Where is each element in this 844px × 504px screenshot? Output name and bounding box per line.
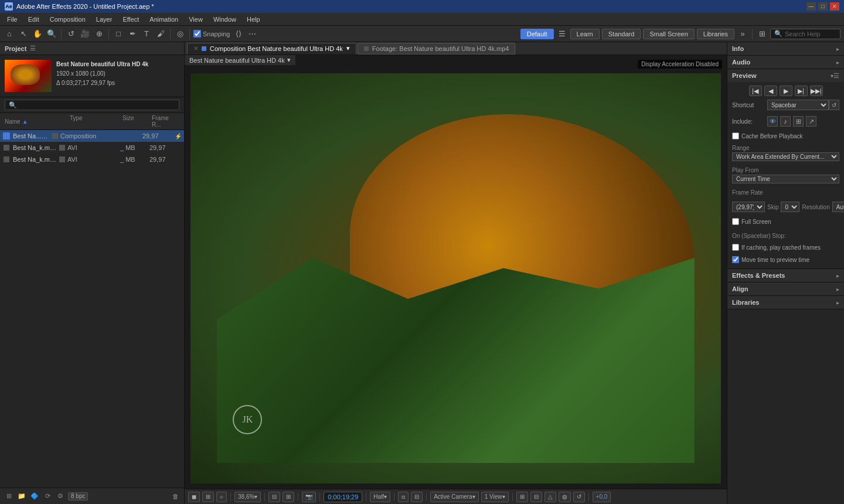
rotate-tool[interactable]: ↺ bbox=[65, 28, 77, 40]
move-time-checkbox[interactable] bbox=[732, 256, 739, 263]
list-item[interactable]: Best Na_k.mp4 AVI _ MB 29,97 bbox=[0, 142, 184, 154]
menu-edit[interactable]: Edit bbox=[23, 15, 44, 24]
composition-tab[interactable]: ✕ Composition Best Nature beautiful Ultr… bbox=[187, 43, 356, 55]
shortcut-select[interactable]: Spacebar bbox=[767, 100, 829, 110]
vc-quality[interactable]: Half ▾ bbox=[370, 492, 390, 502]
workspace-standard[interactable]: Standard bbox=[602, 29, 641, 39]
menu-window[interactable]: Window bbox=[209, 15, 241, 24]
include-external[interactable]: ↗ bbox=[806, 116, 816, 127]
pen-tool[interactable]: ✒ bbox=[127, 28, 138, 40]
libraries-section-header[interactable]: Libraries ▸ bbox=[727, 296, 844, 309]
vc-blend[interactable]: ⊟ bbox=[530, 492, 542, 502]
effects-section-header[interactable]: Effects & Presets ▸ bbox=[727, 269, 844, 282]
home-button[interactable]: ⌂ bbox=[4, 28, 15, 40]
vc-channels[interactable]: ⧈ bbox=[398, 492, 409, 502]
delete-button[interactable]: 🗑 bbox=[170, 491, 181, 502]
brush-tool[interactable]: 🖌 bbox=[155, 28, 166, 40]
preview-menu-icon[interactable]: ☰ bbox=[833, 72, 839, 80]
menu-file[interactable]: File bbox=[2, 15, 22, 24]
zoom-tool[interactable]: 🔍 bbox=[46, 28, 57, 40]
project-preview-name: Best Nature beautiful Ultra HD 4k bbox=[56, 60, 148, 69]
search-help-box[interactable]: 🔍 Search Help bbox=[770, 29, 840, 39]
menu-layer[interactable]: Layer bbox=[91, 15, 117, 24]
cache-checkbox[interactable] bbox=[732, 132, 739, 139]
fullscreen-checkbox[interactable] bbox=[732, 218, 739, 225]
fps-select[interactable]: (29,97) bbox=[732, 202, 765, 212]
snap-btn-2[interactable]: ⋯ bbox=[247, 28, 258, 40]
workspace-learn[interactable]: Learn bbox=[570, 29, 600, 39]
audio-section-header[interactable]: Audio ▸ bbox=[727, 56, 844, 69]
menu-view[interactable]: View bbox=[184, 15, 207, 24]
pb-play[interactable]: ▶ bbox=[780, 86, 792, 96]
camera-tool[interactable]: 🎥 bbox=[79, 28, 91, 40]
vc-timecode[interactable]: 0;00;19;29 bbox=[324, 492, 362, 502]
maximize-button[interactable]: □ bbox=[818, 2, 828, 11]
new-comp-button[interactable]: ⊞ bbox=[4, 491, 14, 502]
vc-reset[interactable]: ↺ bbox=[573, 492, 585, 502]
pb-first-frame[interactable]: |◀ bbox=[749, 86, 762, 96]
comp-name-arrow[interactable]: ▾ bbox=[287, 56, 291, 64]
rect-tool[interactable]: □ bbox=[113, 28, 124, 40]
minimize-button[interactable]: — bbox=[806, 2, 816, 11]
menu-help[interactable]: Help bbox=[242, 15, 265, 24]
project-search-input[interactable] bbox=[5, 100, 179, 110]
footage-tab[interactable]: Footage: Best Nature beautiful Ultra HD … bbox=[358, 43, 516, 55]
pb-prev-frame[interactable]: ◀ bbox=[764, 86, 777, 96]
close-button[interactable]: ✕ bbox=[830, 2, 839, 11]
vc-viewer-settings[interactable]: ⊞ bbox=[202, 492, 214, 502]
menu-animation[interactable]: Animation bbox=[145, 15, 183, 24]
vc-zoom-display[interactable]: 38,6% ▾ bbox=[234, 492, 261, 502]
vc-zoom-fit[interactable]: ⊟ bbox=[268, 492, 280, 502]
align-section-header[interactable]: Align ▸ bbox=[727, 282, 844, 295]
new-item-button[interactable]: 🔷 bbox=[29, 491, 40, 502]
vc-zoom-full[interactable]: ⊞ bbox=[283, 492, 294, 502]
vc-overlap[interactable]: +0,0 bbox=[593, 492, 611, 502]
menu-effect[interactable]: Effect bbox=[118, 15, 144, 24]
include-overlay[interactable]: ⊞ bbox=[793, 116, 804, 127]
resolution-select[interactable]: Auto bbox=[832, 202, 844, 212]
vc-grid[interactable]: ⊞ bbox=[516, 492, 528, 502]
pan-tool[interactable]: ⊕ bbox=[93, 28, 105, 40]
include-video[interactable]: 👁 bbox=[767, 116, 778, 127]
workspace-menu[interactable]: ☰ bbox=[556, 28, 568, 40]
workspace-more[interactable]: » bbox=[737, 28, 748, 40]
skip-select[interactable]: 0 bbox=[781, 202, 799, 212]
snap-checkbox[interactable] bbox=[193, 30, 201, 38]
vc-bit-depth[interactable]: ⊟ bbox=[411, 492, 423, 502]
vc-camera[interactable]: 📷 bbox=[302, 492, 316, 502]
vc-3d[interactable]: △ bbox=[544, 492, 556, 502]
list-item[interactable]: Best Na_k.mp4 AVI _ MB 29,97 bbox=[0, 154, 184, 165]
comp-tab-arrow[interactable]: ▾ bbox=[346, 45, 350, 52]
vc-first-frame[interactable]: ◼ bbox=[188, 492, 200, 502]
anchor-tool[interactable]: ◎ bbox=[174, 28, 186, 40]
workspace-small-screen[interactable]: Small Screen bbox=[643, 29, 694, 39]
vc-views[interactable]: 1 View ▾ bbox=[481, 492, 509, 502]
info-section-header[interactable]: Info ▸ bbox=[727, 42, 844, 55]
vc-snapping[interactable]: ⟐ bbox=[216, 492, 227, 502]
settings-button[interactable]: ⚙ bbox=[55, 491, 66, 502]
text-tool[interactable]: T bbox=[141, 28, 152, 40]
new-folder-button[interactable]: 📁 bbox=[16, 491, 27, 502]
workspace-libraries[interactable]: Libraries bbox=[697, 29, 734, 39]
range-select[interactable]: Work Area Extended By Current... bbox=[732, 152, 839, 161]
vc-opacity[interactable]: ◍ bbox=[559, 492, 571, 502]
select-tool[interactable]: ↖ bbox=[18, 28, 29, 40]
include-audio[interactable]: ♪ bbox=[780, 116, 791, 127]
menu-composition[interactable]: Composition bbox=[45, 15, 90, 24]
pb-next-frame[interactable]: ▶| bbox=[795, 86, 808, 96]
viewer-toggle[interactable]: ⊞ bbox=[756, 28, 768, 40]
snap-btn-1[interactable]: ⟨⟩ bbox=[233, 28, 244, 40]
flow-button[interactable]: ⟳ bbox=[42, 491, 53, 502]
preview-section-header[interactable]: Preview ▾ ☰ bbox=[727, 69, 844, 82]
hand-tool[interactable]: ✋ bbox=[32, 28, 43, 40]
vc-view-mode[interactable]: Active Camera ▾ bbox=[430, 492, 479, 502]
if-caching-checkbox[interactable] bbox=[732, 244, 739, 251]
workspace-default[interactable]: Default bbox=[520, 29, 554, 39]
list-item[interactable]: Best Na...D 4k Composition 29,97 ⚡ bbox=[0, 130, 184, 142]
play-from-select[interactable]: Current Time bbox=[732, 175, 839, 183]
shortcut-reset[interactable]: ↺ bbox=[829, 100, 839, 110]
snap-toggle[interactable]: Snapping bbox=[193, 30, 230, 38]
pb-last-frame[interactable]: ▶▶| bbox=[810, 86, 823, 96]
tab-close-icon[interactable]: ✕ bbox=[193, 45, 198, 52]
project-menu-icon[interactable]: ☰ bbox=[30, 45, 36, 52]
